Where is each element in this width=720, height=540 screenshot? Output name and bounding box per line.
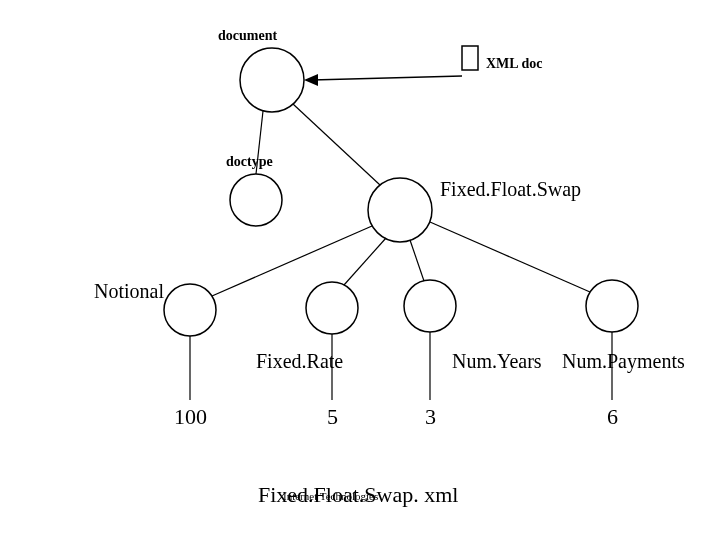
label-fixedrate: Fixed.Rate (256, 350, 343, 373)
label-notional: Notional (94, 280, 164, 303)
edge-root-numpayments (430, 222, 590, 292)
xml-doc-box (462, 46, 478, 70)
value-numyears: 3 (425, 404, 436, 430)
edge-root-numyears (410, 240, 424, 281)
node-notional (164, 284, 216, 336)
label-xml-doc: XML doc (486, 56, 542, 72)
label-doctype: doctype (226, 154, 273, 170)
edge-document-root (293, 104, 380, 185)
value-numpayments: 6 (607, 404, 618, 430)
node-fixedrate (306, 282, 358, 334)
edge-root-notional (212, 226, 372, 296)
value-fixedrate: 5 (327, 404, 338, 430)
value-notional: 100 (174, 404, 207, 430)
edge-xmlbox-document (312, 76, 462, 80)
label-root-type: Fixed.Float.Swap (440, 178, 581, 201)
node-doctype (230, 174, 282, 226)
node-numpayments (586, 280, 638, 332)
arrowhead-icon (304, 74, 318, 86)
label-numpayments: Num.Payments (562, 350, 685, 373)
node-numyears (404, 280, 456, 332)
label-document: document (218, 28, 277, 44)
node-document (240, 48, 304, 112)
tree-diagram (0, 0, 720, 540)
label-footer-small: Internet Technologies (283, 490, 378, 502)
label-numyears: Num.Years (452, 350, 542, 373)
node-root (368, 178, 432, 242)
edge-root-fixedrate (344, 238, 386, 285)
